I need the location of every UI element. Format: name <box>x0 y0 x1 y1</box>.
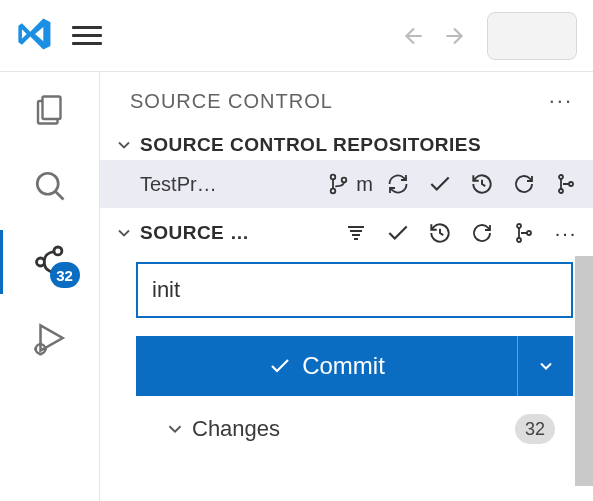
branch-label: m <box>356 173 373 196</box>
svg-point-6 <box>331 175 336 180</box>
activity-bar: 32 <box>0 72 100 501</box>
refresh-icon[interactable] <box>465 216 499 250</box>
svg-point-14 <box>527 231 531 235</box>
svg-point-7 <box>331 189 336 194</box>
tree-view-icon[interactable] <box>339 216 373 250</box>
repository-name: TestPr… <box>140 173 220 196</box>
graph-icon[interactable] <box>549 167 583 201</box>
checkmark-icon[interactable] <box>423 167 457 201</box>
chevron-down-icon <box>114 135 134 155</box>
command-center-search[interactable] <box>487 12 577 60</box>
commit-button-label: Commit <box>302 352 385 380</box>
changes-count-badge: 32 <box>515 414 555 444</box>
svg-point-9 <box>559 175 563 179</box>
svg-point-1 <box>37 173 58 194</box>
vertical-scrollbar[interactable] <box>575 256 593 486</box>
svg-point-2 <box>53 247 61 255</box>
repositories-section-header[interactable]: SOURCE CONTROL REPOSITORIES <box>100 130 593 160</box>
refresh-icon[interactable] <box>507 167 541 201</box>
svg-point-10 <box>559 189 563 193</box>
search-tab-icon[interactable] <box>30 166 70 206</box>
explorer-tab-icon[interactable] <box>30 90 70 130</box>
history-icon[interactable] <box>465 167 499 201</box>
nav-forward-icon[interactable] <box>439 21 469 51</box>
scm-badge: 32 <box>50 262 80 288</box>
graph-icon[interactable] <box>507 216 541 250</box>
source-control-section-header[interactable]: SOURCE … ··· <box>100 208 593 256</box>
run-debug-tab-icon[interactable] <box>30 318 70 358</box>
vscode-logo-icon <box>16 15 54 57</box>
svg-point-11 <box>569 182 573 186</box>
svg-point-13 <box>517 238 521 242</box>
hamburger-menu-icon[interactable] <box>72 21 102 51</box>
nav-back-icon[interactable] <box>399 21 429 51</box>
svg-point-12 <box>517 224 521 228</box>
source-control-panel: SOURCE CONTROL ··· SOURCE CONTROL REPOSI… <box>100 72 593 501</box>
svg-point-8 <box>342 178 347 183</box>
commit-button[interactable]: Commit <box>136 336 517 396</box>
source-control-tab-icon[interactable]: 32 <box>30 242 70 282</box>
history-icon[interactable] <box>423 216 457 250</box>
chevron-down-icon <box>164 418 186 440</box>
commit-message-input[interactable] <box>136 262 573 318</box>
checkmark-icon[interactable] <box>381 216 415 250</box>
source-control-title: SOURCE … <box>140 222 250 244</box>
repositories-title: SOURCE CONTROL REPOSITORIES <box>140 134 481 156</box>
title-bar <box>0 0 593 72</box>
panel-more-icon[interactable]: ··· <box>549 88 573 114</box>
more-icon[interactable]: ··· <box>549 216 583 250</box>
svg-rect-0 <box>42 97 60 120</box>
changes-label: Changes <box>192 416 280 442</box>
sync-icon[interactable] <box>381 167 415 201</box>
commit-dropdown-button[interactable] <box>517 336 573 396</box>
branch-icon[interactable] <box>322 167 356 201</box>
chevron-down-icon <box>114 223 134 243</box>
panel-title: SOURCE CONTROL <box>130 90 333 113</box>
repository-row[interactable]: TestPr… m <box>100 160 593 208</box>
changes-section-header[interactable]: Changes 32 <box>136 396 573 444</box>
